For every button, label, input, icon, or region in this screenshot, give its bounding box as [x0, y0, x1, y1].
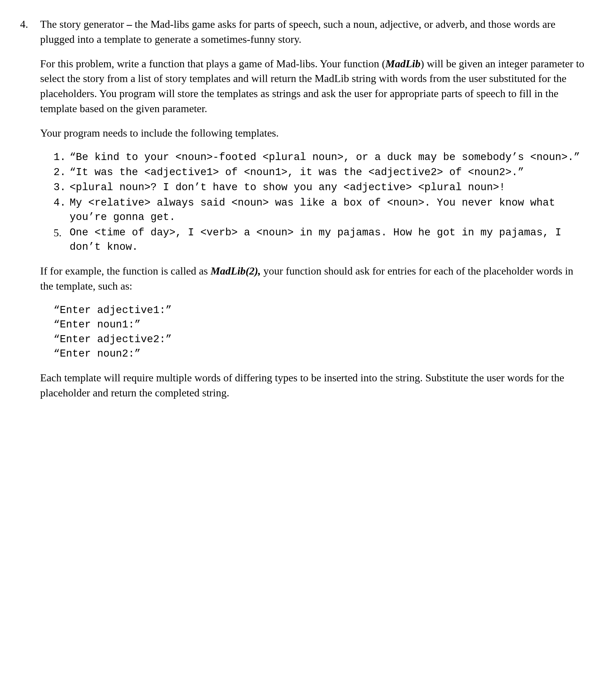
para4-prefix: If for example, the function is called a…	[40, 265, 211, 277]
intro-paragraph: The story generator – the Mad-libs game …	[40, 17, 589, 47]
prompt-line: “Enter noun2:”	[53, 346, 589, 361]
call-expression: MadLib(2),	[211, 265, 261, 277]
template-text: “Be kind to your <noun>-footed <plural n…	[70, 150, 589, 164]
templates-heading: Your program needs to include the follow…	[40, 126, 589, 141]
prompt-line: “Enter noun1:”	[53, 317, 589, 332]
para2-prefix: For this problem, write a function that …	[40, 58, 386, 70]
template-text: My <relative> always said <noun> was lik…	[70, 195, 589, 224]
function-name: MadLib	[386, 58, 421, 70]
template-item: 4. My <relative> always said <noun> was …	[53, 195, 589, 224]
description-paragraph: For this problem, write a function that …	[40, 56, 589, 116]
template-text: One <time of day>, I <verb> a <noun> in …	[70, 225, 589, 254]
template-number: 2.	[53, 165, 70, 179]
closing-paragraph: Each template will require multiple word…	[40, 370, 589, 401]
template-item: 1. “Be kind to your <noun>-footed <plura…	[53, 150, 589, 164]
template-item: 2. “It was the <adjective1> of <noun1>, …	[53, 165, 589, 179]
template-list: 1. “Be kind to your <noun>-footed <plura…	[53, 150, 589, 254]
prompt-line: “Enter adjective2:”	[53, 332, 589, 346]
template-text: <plural noun>? I don’t have to show you …	[70, 180, 589, 194]
template-number: 1.	[53, 150, 70, 164]
prompt-line: “Enter adjective1:”	[53, 303, 589, 317]
intro-text: The story generator – the Mad-libs game …	[40, 18, 555, 45]
problem-number: 4.	[20, 17, 40, 32]
template-number: 5.	[53, 225, 70, 240]
template-number: 3.	[53, 180, 70, 194]
template-number: 4.	[53, 195, 70, 210]
problem-body: The story generator – the Mad-libs game …	[40, 17, 589, 410]
prompt-list: “Enter adjective1:” “Enter noun1:” “Ente…	[53, 303, 589, 361]
template-text: “It was the <adjective1> of <noun1>, it …	[70, 165, 589, 179]
template-item: 5. One <time of day>, I <verb> a <noun> …	[53, 225, 589, 254]
example-paragraph: If for example, the function is called a…	[40, 263, 589, 294]
problem-block: 4. The story generator – the Mad-libs ga…	[20, 17, 589, 410]
template-item: 3. <plural noun>? I don’t have to show y…	[53, 180, 589, 194]
